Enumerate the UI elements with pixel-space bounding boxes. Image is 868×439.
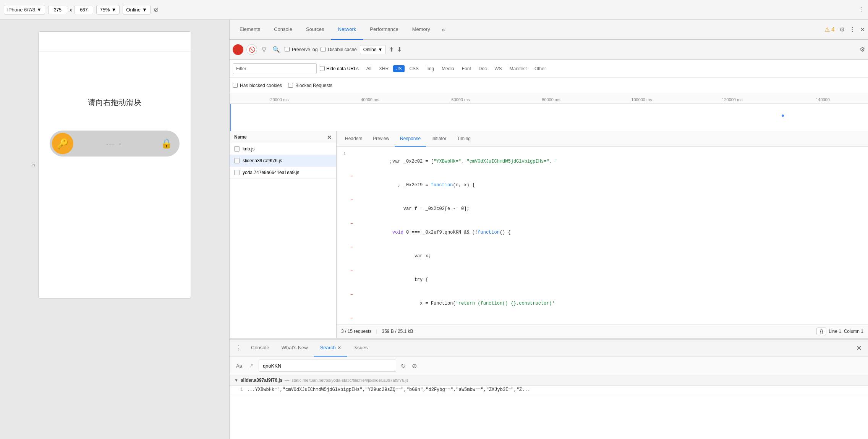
network-value: Online	[126, 7, 141, 13]
height-input[interactable]	[74, 6, 93, 14]
filter-css-button[interactable]: CSS	[406, 65, 422, 72]
search-result-line-1[interactable]: 1 ...YXBwbHk=","cmV0dXJuIChmdW5jdGlvbigp…	[230, 386, 868, 394]
warning-icon[interactable]: ⚠ 4	[824, 26, 835, 33]
hide-data-urls-checkbox[interactable]: Hide data URLs	[320, 66, 359, 71]
zoom-dropdown-icon: ▼	[111, 7, 116, 13]
key-icon: 🔑	[57, 138, 68, 149]
code-line-7: − x = Function('return (function() {}.co…	[337, 292, 868, 315]
tab-performance[interactable]: Performance	[363, 20, 405, 40]
filter-input[interactable]	[233, 63, 317, 74]
tick-3: 60000 ms	[415, 97, 506, 103]
tab-response[interactable]: Response	[395, 131, 426, 147]
filter-icon[interactable]: ▽	[260, 44, 268, 55]
preserve-log-checkbox[interactable]: Preserve log	[285, 47, 317, 52]
search-icon[interactable]: 🔍	[271, 44, 282, 55]
bottom-panel-close-icon[interactable]: ✕	[856, 344, 865, 352]
tab-whats-new[interactable]: What's New	[275, 340, 314, 357]
filter-media-button[interactable]: Media	[439, 65, 457, 72]
refresh-results-icon[interactable]: ↻	[399, 361, 407, 371]
bottom-tab-more-icon[interactable]: ⋮	[233, 344, 245, 352]
more-options-icon[interactable]: ⋮	[858, 6, 864, 13]
close-name-panel-btn[interactable]: ✕	[327, 134, 332, 140]
filter-img-button[interactable]: Img	[423, 65, 437, 72]
filter-xhr-button[interactable]: XHR	[376, 65, 392, 72]
file-item-slider[interactable]: slider.a397af9f76.js	[230, 155, 336, 167]
code-line-1: 1 ;var _0x2c02 = ["YXBwbHk=", "cmV0dXJuI…	[337, 150, 868, 173]
case-sensitive-icon[interactable]: Aa	[234, 362, 244, 370]
filter-other-button[interactable]: Other	[531, 65, 549, 72]
blocked-requests-checkbox[interactable]: Blocked Requests	[288, 83, 332, 88]
tab-initiator[interactable]: Initiator	[426, 131, 452, 147]
tab-network[interactable]: Network	[331, 20, 363, 40]
filter-ws-button[interactable]: WS	[491, 65, 505, 72]
tab-sources[interactable]: Sources	[299, 20, 331, 40]
tab-actions: ⚠ 4 ⚙ ⋮ ✕	[824, 26, 865, 33]
network-dropdown-icon: ▼	[142, 7, 147, 13]
lock-icon: 🔒	[161, 138, 172, 149]
zoom-value: 75%	[100, 7, 110, 13]
download-icon[interactable]: ⬇	[397, 46, 402, 53]
result-separator: —	[285, 378, 289, 383]
filter-js-button[interactable]: JS	[393, 65, 405, 72]
slider-arrow-text: ···→	[106, 139, 123, 148]
tab-memory[interactable]: Memory	[405, 20, 437, 40]
split-panel: Name ✕ knb.js slider.a397af9f76.js yoda.…	[230, 131, 868, 338]
tick-5: 100000 ms	[596, 97, 687, 103]
devtools-panel: Elements Console Sources Network Perform…	[229, 20, 868, 439]
devtools-close-icon[interactable]: ✕	[860, 26, 865, 33]
device-name: iPhone 6/7/8	[7, 7, 35, 13]
tick-4: 80000 ms	[506, 97, 596, 103]
tab-timing[interactable]: Timing	[452, 131, 476, 147]
stop-button[interactable]: 🚫	[246, 44, 257, 55]
clear-search-icon[interactable]: ⊘	[410, 361, 418, 371]
result-url: static.meituan.net/bs/yoda-static/file:f…	[291, 378, 408, 383]
file-item-yoda[interactable]: yoda.747e9a6641ea1ea9.js	[230, 167, 336, 179]
filter-doc-button[interactable]: Doc	[476, 65, 490, 72]
filter-font-button[interactable]: Font	[459, 65, 474, 72]
tab-search[interactable]: Search ✕	[314, 340, 347, 357]
tick-2: 40000 ms	[325, 97, 415, 103]
slider-widget[interactable]: 🔑 ···→ 🔒	[50, 131, 180, 157]
file-name-yoda: yoda.747e9a6641ea1ea9.js	[243, 170, 299, 175]
disable-cache-checkbox[interactable]: Disable cache	[321, 47, 356, 52]
filter-manifest-button[interactable]: Manifest	[507, 65, 530, 72]
tab-preview[interactable]: Preview	[368, 131, 395, 147]
tab-issues[interactable]: Issues	[347, 340, 374, 357]
tab-headers[interactable]: Headers	[340, 131, 368, 147]
upload-icon[interactable]: ⬆	[389, 46, 394, 53]
bottom-panel: ⋮ Console What's New Search ✕ Issues ✕ A	[230, 340, 868, 439]
timeline-dot	[782, 115, 784, 117]
devtools-more-icon[interactable]: ⋮	[849, 26, 855, 33]
regex-icon[interactable]: .*	[247, 362, 256, 370]
tab-elements[interactable]: Elements	[233, 20, 267, 40]
device-selector[interactable]: iPhone 6/7/8 ▼	[4, 5, 45, 15]
code-content: 1 ;var _0x2c02 = ["YXBwbHk=", "cmV0dXJuI…	[337, 147, 868, 324]
search-input[interactable]	[259, 360, 396, 372]
throttle-selector[interactable]: Online ▼	[360, 45, 386, 54]
tab-more-icon[interactable]: »	[439, 26, 448, 33]
settings-gear-icon[interactable]: ⚙	[839, 26, 845, 33]
slider-handle[interactable]: 🔑	[52, 133, 73, 154]
name-panel: Name ✕ knb.js slider.a397af9f76.js yoda.…	[230, 131, 337, 338]
record-button[interactable]	[233, 44, 243, 55]
blocked-cookies-checkbox[interactable]: Has blocked cookies	[233, 83, 282, 88]
format-button[interactable]: {}	[816, 328, 826, 335]
device-panel: n 请向右拖动滑块 🔑 ···→ 🔒	[0, 20, 229, 439]
device-frame: n 请向右拖动滑块 🔑 ···→ 🔒	[38, 31, 191, 299]
bottom-tabs: ⋮ Console What's New Search ✕ Issues ✕	[230, 340, 868, 357]
top-toolbar: iPhone 6/7/8 ▼ x 75% ▼ Online ▼ ⊘ ⋮	[0, 0, 868, 20]
filter-checkbox-row: Has blocked cookies Blocked Requests	[230, 78, 868, 93]
tab-search-close[interactable]: ✕	[337, 345, 341, 350]
search-result-file-slider[interactable]: ▼ slider.a397af9f76.js — static.meituan.…	[230, 375, 868, 386]
network-settings-icon[interactable]: ⚙	[860, 46, 865, 53]
dimension-x: x	[70, 7, 72, 13]
filter-all-button[interactable]: All	[363, 65, 374, 72]
zoom-selector[interactable]: 75% ▼	[96, 5, 120, 15]
tab-console[interactable]: Console	[267, 20, 299, 40]
rotate-icon[interactable]: ⊘	[154, 6, 159, 13]
tab-console-bottom[interactable]: Console	[245, 340, 275, 357]
network-selector[interactable]: Online ▼	[123, 5, 150, 15]
width-input[interactable]	[48, 6, 67, 14]
code-line-2: − , _0x2ef9 = function(e, x) {	[337, 173, 868, 197]
file-item-knb[interactable]: knb.js	[230, 143, 336, 155]
